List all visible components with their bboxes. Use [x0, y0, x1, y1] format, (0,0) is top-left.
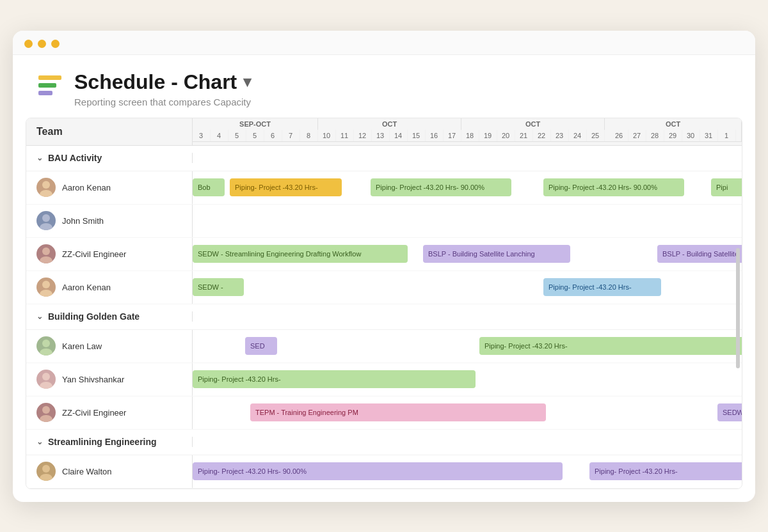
avatar-zz-2 — [36, 403, 56, 422]
svg-point-4 — [42, 247, 50, 255]
bar-piping-karen[interactable]: Piping- Project -43.20 Hrs- — [479, 337, 742, 355]
dates-column: SEP-OCT 3 4 5 5 6 7 8 — [193, 118, 742, 145]
main-window: Schedule - Chart ▾ Reporting screen that… — [13, 31, 755, 502]
svg-point-13 — [40, 415, 52, 422]
streamlining-label: Streamlining Engineering — [48, 437, 157, 447]
gantt-area-yan[interactable]: Piping- Project -43.20 Hrs- — [193, 363, 742, 396]
bau-chevron[interactable]: ⌄ — [36, 153, 43, 162]
svg-point-5 — [40, 256, 52, 263]
minimize-dot[interactable] — [38, 40, 46, 48]
header-text-group: Schedule - Chart ▾ Reporting screen that… — [74, 70, 251, 107]
icon-line-3 — [38, 91, 52, 95]
avatar-yan — [36, 370, 56, 389]
page-subtitle: Reporting screen that compares Capacity — [74, 97, 251, 107]
bar-sedw-2[interactable]: SEDW - St — [717, 403, 742, 421]
person-aaron-kenan-1: Aaron Kenan — [26, 171, 193, 204]
bar-bslp-1[interactable]: BSLP - Building Satellite Lanching — [423, 245, 570, 263]
dates-sep-oct: 3 4 5 5 6 7 8 — [193, 130, 318, 141]
dates-oct3: 26 27 28 29 30 31 1 — [611, 130, 736, 141]
person-name-claire: Claire Walton — [62, 467, 112, 476]
bar-piping-claire-1[interactable]: Piping- Project -43.20 Hrs- 90.00% — [193, 462, 563, 480]
person-name-yan: Yan Shivshankar — [62, 375, 124, 384]
person-john-smith: John Smith — [26, 205, 193, 237]
gantt-area-claire[interactable]: Piping- Project -43.20 Hrs- 90.00% Pipin… — [193, 455, 742, 488]
dates-oct1: 10 11 12 13 14 15 16 17 — [318, 130, 461, 141]
bar-piping-5[interactable]: Piping- Project -43.20 Hrs- — [543, 278, 661, 296]
svg-point-7 — [40, 290, 52, 297]
gantt-chart: Team SEP-OCT 3 4 5 5 6 7 — [26, 118, 742, 489]
golden-gate-chevron[interactable]: ⌄ — [36, 312, 43, 321]
svg-point-2 — [42, 214, 50, 222]
svg-point-12 — [42, 406, 50, 414]
row-zz-civil-1: ZZ-Civil Engineer SEDW - Streamlining En… — [26, 238, 742, 271]
bar-bob[interactable]: Bob — [193, 178, 225, 196]
avatar-john — [36, 211, 56, 230]
bar-piping-yan[interactable]: Piping- Project -43.20 Hrs- — [193, 370, 476, 388]
row-aaron-kenan-2: Aaron Kenan SEDW - Piping- Project -43.2… — [26, 271, 742, 304]
bar-piping-1[interactable]: Piping- Project -43.20 Hrs- — [230, 178, 342, 196]
month-oct3: OCT 26 27 28 29 30 31 1 — [605, 118, 742, 141]
close-dot[interactable] — [24, 40, 33, 48]
person-name-aaron-1: Aaron Kenan — [62, 183, 111, 192]
row-yan: Yan Shivshankar Piping- Project -43.20 H… — [26, 363, 742, 396]
bar-sed-karen[interactable]: SED — [245, 337, 277, 355]
gantt-area-zz-1[interactable]: SEDW - Streamlining Engineering Drafting… — [193, 238, 742, 270]
person-zz-civil-2: ZZ-Civil Engineer — [26, 396, 193, 429]
gantt-area-aaron-1[interactable]: Bob Piping- Project -43.20 Hrs- Piping- … — [193, 171, 742, 204]
golden-gate-label: Building Golden Gate — [48, 311, 140, 322]
months-row: SEP-OCT 3 4 5 5 6 7 8 — [193, 118, 742, 142]
gantt-area-aaron-2[interactable]: SEDW - Piping- Project -43.20 Hrs- — [193, 271, 742, 304]
svg-point-11 — [40, 382, 52, 389]
bar-piping-4[interactable]: Pipi — [711, 178, 742, 196]
avatar-zz-1 — [36, 244, 56, 263]
month-oct2: OCT 18 19 20 21 22 23 24 25 — [461, 118, 605, 141]
svg-point-1 — [40, 190, 52, 197]
person-name-john: John Smith — [62, 216, 104, 226]
bar-sedw-1[interactable]: SEDW - Streamlining Engineering Drafting… — [193, 245, 408, 263]
bar-tepm[interactable]: TEPM - Training Engineering PM — [250, 403, 546, 421]
svg-point-10 — [42, 373, 50, 380]
titlebar — [13, 31, 755, 55]
svg-point-0 — [42, 181, 50, 189]
avatar-claire — [36, 462, 56, 481]
maximize-dot[interactable] — [51, 40, 60, 48]
bar-piping-2[interactable]: Piping- Project -43.20 Hrs- 90.00% — [371, 178, 511, 196]
row-aaron-kenan-1: Aaron Kenan Bob Piping- Project -43.20 H… — [26, 171, 742, 205]
svg-point-3 — [40, 223, 52, 230]
group-streamlining-header[interactable]: ⌄ Streamlining Engineering — [26, 430, 742, 455]
bar-sedw-small[interactable]: SEDW - — [193, 278, 244, 296]
svg-point-6 — [42, 281, 50, 288]
row-zz-civil-2: ZZ-Civil Engineer TEPM - Training Engine… — [26, 396, 742, 430]
gantt-area-karen[interactable]: SED Piping- Project -43.20 Hrs- — [193, 330, 742, 363]
month-oct1: OCT 10 11 12 13 14 15 16 17 — [318, 118, 461, 141]
team-column-header: Team — [26, 118, 193, 145]
person-karen-law: Karen Law — [26, 330, 193, 363]
person-zz-civil-1: ZZ-Civil Engineer — [26, 238, 193, 270]
dates-oct2: 18 19 20 21 22 23 24 25 — [461, 130, 605, 141]
dropdown-arrow[interactable]: ▾ — [243, 73, 251, 91]
person-aaron-kenan-2: Aaron Kenan — [26, 271, 193, 304]
page-title: Schedule - Chart ▾ — [74, 70, 251, 94]
person-claire-walton: Claire Walton — [26, 455, 193, 488]
streamlining-chevron[interactable]: ⌄ — [36, 437, 43, 446]
bar-bslp-2[interactable]: BSLP - Building Satellite — [657, 245, 742, 263]
bar-piping-claire-2[interactable]: Piping- Project -43.20 Hrs- — [589, 462, 742, 480]
bau-label: BAU Activity — [48, 153, 102, 163]
header-icon — [38, 75, 61, 95]
chart-body[interactable]: ⌄ BAU Activity Aaron Kenan Bob — [26, 146, 742, 489]
person-yan: Yan Shivshankar — [26, 363, 193, 396]
gantt-area-john[interactable] — [193, 205, 742, 237]
bar-piping-3[interactable]: Piping- Project -43.20 Hrs- 90.00% — [543, 178, 684, 196]
avatar-aaron-1 — [36, 178, 56, 197]
svg-point-15 — [40, 474, 52, 481]
svg-point-9 — [40, 348, 52, 356]
svg-point-8 — [42, 340, 50, 347]
avatar-karen — [36, 336, 56, 356]
group-bau-header[interactable]: ⌄ BAU Activity — [26, 146, 742, 171]
vertical-scrollbar[interactable] — [736, 248, 740, 368]
person-name-aaron-2: Aaron Kenan — [62, 283, 111, 292]
chart-header: Team SEP-OCT 3 4 5 5 6 7 — [26, 118, 742, 146]
group-golden-gate-header[interactable]: ⌄ Building Golden Gate — [26, 304, 742, 330]
gantt-area-zz-2[interactable]: TEPM - Training Engineering PM SEDW - St — [193, 396, 742, 429]
person-name-zz-1: ZZ-Civil Engineer — [62, 249, 126, 259]
